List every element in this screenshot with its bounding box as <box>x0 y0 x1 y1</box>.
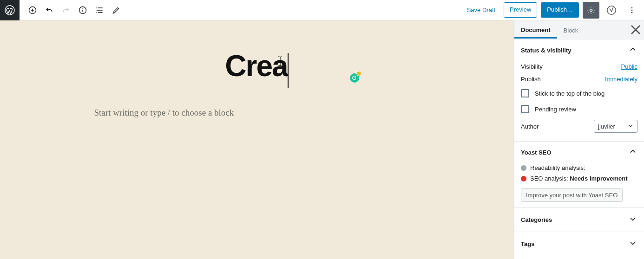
panel-toggle-tags[interactable]: Tags <box>521 239 637 249</box>
grammarly-alert-badge <box>356 71 361 76</box>
panel-status-visibility: Status & visibility Visibility Public Pu… <box>514 39 644 142</box>
tab-document[interactable]: Document <box>514 21 557 39</box>
content-info-button[interactable] <box>74 2 91 19</box>
panel-title: Status & visibility <box>521 47 571 54</box>
save-draft-button[interactable]: Save Draft <box>462 4 500 16</box>
panel-title: Tags <box>521 240 534 247</box>
redo-button[interactable] <box>58 2 74 19</box>
close-sidebar-button[interactable] <box>627 20 644 39</box>
author-value: jjuviler <box>598 123 615 130</box>
panel-toggle-yoast[interactable]: Yoast SEO <box>521 147 637 158</box>
block-placeholder[interactable]: Start writing or type / to choose a bloc… <box>94 108 420 118</box>
settings-sidebar: Document Block Status & visibility Visib… <box>514 20 644 259</box>
panel-title: Yoast SEO <box>521 149 552 156</box>
editor-canvas[interactable]: Crea Start writing or type / to choose a… <box>0 20 514 259</box>
edit-button[interactable] <box>108 2 125 19</box>
wp-logo-icon[interactable] <box>0 0 20 20</box>
publish-button[interactable]: Publish… <box>541 2 579 17</box>
seo-status-icon <box>521 176 526 181</box>
pending-review-checkbox[interactable] <box>521 105 529 113</box>
panel-yoast-seo: Yoast SEO Readability analysis: SEO anal… <box>514 142 644 208</box>
readability-label: Readability analysis: <box>530 164 585 171</box>
sticky-checkbox[interactable] <box>521 89 529 97</box>
sticky-label: Stick to the top of the blog <box>535 90 605 97</box>
add-block-button[interactable] <box>24 2 41 19</box>
panel-title: Categories <box>521 216 552 223</box>
readability-status-icon <box>521 165 526 171</box>
improve-yoast-button[interactable]: Improve your post with Yoast SEO <box>521 188 623 202</box>
panel-tags: Tags <box>514 232 644 256</box>
visibility-link[interactable]: Public <box>621 63 637 70</box>
undo-button[interactable] <box>41 2 58 19</box>
panel-categories: Categories <box>514 208 644 232</box>
chevron-down-icon <box>627 122 634 131</box>
tab-block[interactable]: Block <box>557 21 585 39</box>
grammarly-widget[interactable]: G <box>350 73 359 83</box>
svg-point-4 <box>590 9 592 11</box>
publish-label: Publish <box>521 76 541 83</box>
text-caret <box>288 53 289 88</box>
chevron-up-icon <box>628 147 637 158</box>
chevron-down-icon <box>628 239 637 249</box>
yoast-icon[interactable] <box>603 2 620 19</box>
post-title-input[interactable]: Crea <box>225 49 287 83</box>
sidebar-tabs: Document Block <box>514 20 644 39</box>
settings-button[interactable] <box>583 2 599 19</box>
editor-top-toolbar: Save Draft Preview Publish… <box>0 0 644 20</box>
panel-toggle-status[interactable]: Status & visibility <box>521 45 637 56</box>
chevron-up-icon <box>628 45 637 56</box>
preview-button[interactable]: Preview <box>504 2 537 17</box>
svg-point-6 <box>631 7 633 8</box>
svg-point-5 <box>607 6 616 14</box>
publish-link[interactable]: Immediately <box>605 76 637 83</box>
panel-featured-image: Featured image <box>514 256 644 259</box>
pending-review-label: Pending review <box>535 106 576 113</box>
block-navigation-button[interactable] <box>91 2 108 19</box>
seo-analysis-text: SEO analysis: Needs improvement <box>530 175 628 182</box>
more-options-button[interactable] <box>624 2 640 19</box>
svg-point-7 <box>631 9 633 11</box>
author-label: Author <box>521 123 539 130</box>
svg-point-8 <box>631 12 633 13</box>
panel-toggle-categories[interactable]: Categories <box>521 214 637 225</box>
chevron-down-icon <box>628 214 637 225</box>
author-select[interactable]: jjuviler <box>594 120 637 133</box>
svg-point-3 <box>82 8 83 9</box>
visibility-label: Visibility <box>521 63 543 70</box>
editor-workspace: Crea Start writing or type / to choose a… <box>0 20 644 259</box>
